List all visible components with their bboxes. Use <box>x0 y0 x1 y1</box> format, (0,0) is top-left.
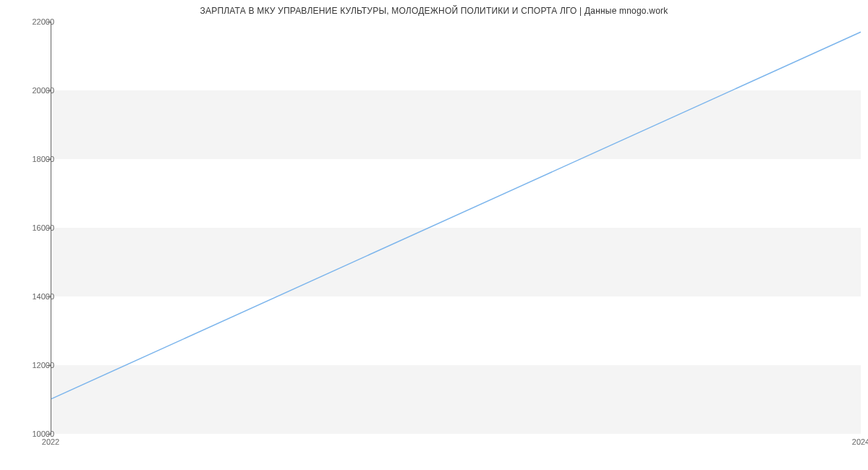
chart-title: ЗАРПЛАТА В МКУ УПРАВЛЕНИЕ КУЛЬТУРЫ, МОЛО… <box>0 6 868 16</box>
x-tick-label: 2024 <box>852 437 868 446</box>
y-tick-label: 20000 <box>11 86 54 95</box>
line-series-layer <box>51 22 861 433</box>
y-tick-label: 22000 <box>11 17 54 26</box>
y-tick-label: 14000 <box>11 292 54 301</box>
y-tick-label: 16000 <box>11 223 54 232</box>
plot-area <box>51 22 861 434</box>
x-tick-label: 2022 <box>42 437 59 446</box>
y-tick-label: 12000 <box>11 361 54 369</box>
y-tick-label: 18000 <box>11 155 54 163</box>
series-line-salary <box>51 32 861 398</box>
chart-container: ЗАРПЛАТА В МКУ УПРАВЛЕНИЕ КУЛЬТУРЫ, МОЛО… <box>0 0 868 470</box>
